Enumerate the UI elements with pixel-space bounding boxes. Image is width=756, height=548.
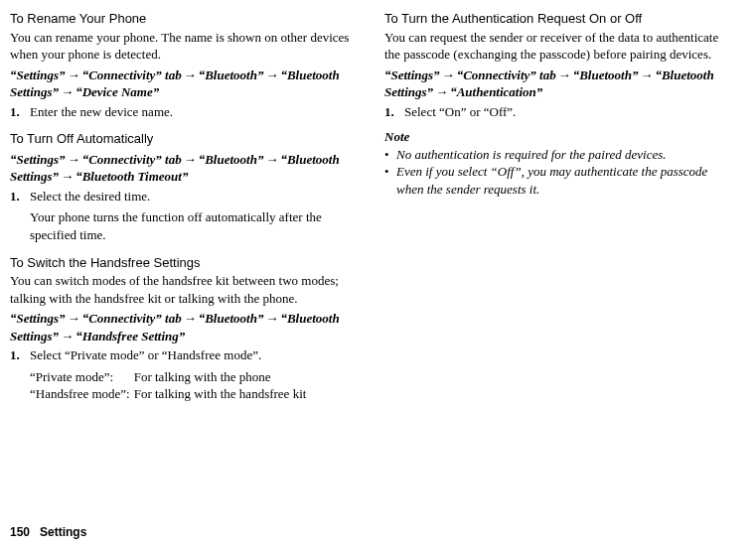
step-item: 1. Select “Private mode” or “Handsfree m… [10,346,363,364]
note-label: Note [384,128,737,146]
nav-path: “Settings”→“Connectivity” tab→“Bluetooth… [10,67,363,101]
nav-path: “Settings”→“Connectivity” tab→“Bluetooth… [10,151,363,186]
arrow-icon: → [265,311,278,326]
step-number: 1. [384,103,404,121]
arrow-icon: → [265,152,278,167]
arrow-icon: → [61,84,74,99]
page-number: 150 [10,525,30,539]
arrow-icon: → [435,84,448,99]
right-column: To Turn the Authentication Request On or… [384,10,737,403]
section-heading-turnoff: To Turn Off Automatically [10,130,363,148]
step-item: 1. Select the desired time. [10,188,363,206]
arrow-icon: → [61,169,74,184]
step-number: 1. [10,103,30,121]
step-text: Select “Private mode” or “Handsfree mode… [30,346,363,364]
arrow-icon: → [184,311,197,326]
mode-table: “Private mode”: For talking with the pho… [30,368,363,403]
arrow-icon: → [558,68,571,82]
body-text: You can rename your phone. The name is s… [10,29,363,64]
arrow-icon: → [442,68,455,82]
arrow-icon: → [640,68,653,82]
nav-path: “Settings”→“Connectivity” tab→“Bluetooth… [384,67,737,101]
note-text: No authentication is required for the pa… [396,146,667,164]
arrow-icon: → [68,311,80,326]
step-number: 1. [10,346,30,364]
nav-path: “Settings”→“Connectivity” tab→“Bluetooth… [10,310,363,344]
section-heading-rename: To Rename Your Phone [10,10,363,28]
arrow-icon: → [68,68,80,82]
note-bullet: • Even if you select “Off”, you may auth… [384,163,737,198]
page-footer: 150Settings [10,524,86,540]
section-heading-auth: To Turn the Authentication Request On or… [384,10,737,28]
body-text: You can switch modes of the handsfree ki… [10,272,363,307]
body-text: You can request the sender or receiver o… [384,29,737,64]
arrow-icon: → [68,152,80,167]
arrow-icon: → [61,329,74,343]
step-item: 1. Enter the new device name. [10,103,363,121]
note-text: Even if you select “Off”, you may authen… [396,163,737,198]
left-column: To Rename Your Phone You can rename your… [10,10,363,403]
mode-desc: For talking with the phone [134,368,363,386]
arrow-icon: → [184,68,197,82]
step-text: Select the desired time. [30,188,363,206]
mode-label: “Handsfree mode”: [30,385,130,403]
arrow-icon: → [265,68,278,82]
step-item: 1. Select “On” or “Off”. [384,103,737,121]
mode-label: “Private mode”: [30,368,130,386]
bullet-icon: • [384,146,396,164]
note-bullet: • No authentication is required for the … [384,146,737,164]
step-text: Enter the new device name. [30,103,363,121]
section-heading-handsfree: To Switch the Handsfree Settings [10,254,363,272]
step-note: Your phone turns the function off automa… [30,208,363,243]
bullet-icon: • [384,163,396,198]
step-number: 1. [10,188,30,206]
mode-desc: For talking with the handsfree kit [134,385,363,403]
step-text: Select “On” or “Off”. [404,103,737,121]
footer-section: Settings [40,525,86,539]
arrow-icon: → [184,152,197,167]
